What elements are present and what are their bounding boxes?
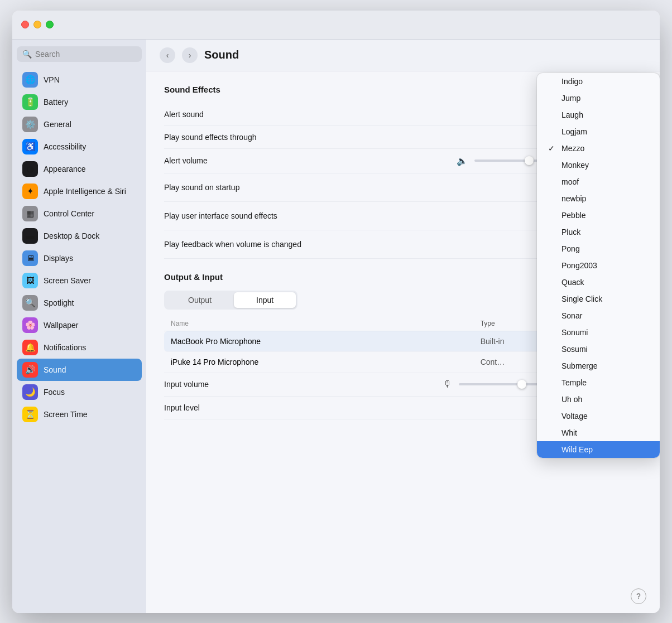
sidebar-item-accessibility[interactable]: ♿Accessibility xyxy=(17,136,142,158)
screen-time-icon: ⏳ xyxy=(22,407,38,422)
dropdown-item-quack[interactable]: Quack xyxy=(537,274,660,291)
appearance-icon: ◑ xyxy=(22,161,38,177)
tab-input[interactable]: Input xyxy=(234,292,296,308)
sidebar-item-label: Notifications xyxy=(44,343,86,352)
search-box[interactable]: 🔍 xyxy=(17,46,142,62)
dropdown-item-label: Sosumi xyxy=(561,345,588,354)
input-volume-thumb[interactable] xyxy=(517,380,526,389)
search-icon: 🔍 xyxy=(22,50,32,59)
general-icon: ⚙️ xyxy=(22,117,38,132)
dropdown-item-label: Pluck xyxy=(561,228,580,236)
close-button[interactable] xyxy=(21,21,29,28)
dropdown-item-label: Mezzo xyxy=(561,144,584,153)
sidebar-item-screen-time[interactable]: ⏳Screen Time xyxy=(17,403,142,426)
notifications-icon: 🔔 xyxy=(22,340,38,355)
sidebar-item-label: Apple Intelligence & Siri xyxy=(44,187,126,196)
sidebar-item-battery[interactable]: 🔋Battery xyxy=(17,91,142,113)
main-content: 🔍 🌐VPN🔋Battery⚙️General♿Accessibility◑Ap… xyxy=(12,40,660,613)
sidebar-item-wallpaper[interactable]: 🌸Wallpaper xyxy=(17,314,142,336)
dropdown-item-pong2003[interactable]: Pong2003 xyxy=(537,257,660,274)
sidebar-item-label: Wallpaper xyxy=(44,321,79,330)
dropdown-item-moof[interactable]: moof xyxy=(537,173,660,190)
dropdown-item-label: newbip xyxy=(561,194,586,203)
sidebar-item-label: Sound xyxy=(44,365,66,374)
sidebar-item-label: Focus xyxy=(44,388,65,397)
dropdown-item-label: Sonar xyxy=(561,311,582,320)
dropdown-item-label: Indigo xyxy=(561,77,583,86)
dropdown-item-temple[interactable]: Temple xyxy=(537,374,660,391)
dropdown-item-pluck[interactable]: Pluck xyxy=(537,224,660,240)
sidebar-item-displays[interactable]: 🖥Displays xyxy=(17,247,142,269)
dropdown-item-logjam[interactable]: Logjam xyxy=(537,123,660,140)
sidebar-item-sound[interactable]: 🔊Sound xyxy=(17,359,142,381)
dropdown-item-label: Whit xyxy=(561,428,577,437)
forward-button[interactable]: › xyxy=(182,47,198,63)
dropdown-item-label: Logjam xyxy=(561,127,587,136)
sidebar-item-label: VPN xyxy=(44,75,60,84)
sidebar-item-appearance[interactable]: ◑Appearance xyxy=(17,158,142,180)
dropdown-item-single-click[interactable]: Single Click xyxy=(537,291,660,307)
sidebar-item-label: Screen Time xyxy=(44,410,88,419)
sidebar-items: 🌐VPN🔋Battery⚙️General♿Accessibility◑Appe… xyxy=(17,69,142,426)
dropdown-item-jump[interactable]: Jump xyxy=(537,90,660,107)
dropdown-item-sonar[interactable]: Sonar xyxy=(537,307,660,324)
dropdown-item-label: Laugh xyxy=(561,110,583,119)
tab-output[interactable]: Output xyxy=(166,292,234,308)
dropdown-item-monkey[interactable]: Monkey xyxy=(537,157,660,173)
device-name: iPuke 14 Pro Microphone xyxy=(171,358,481,366)
dropdown-item-label: Temple xyxy=(561,378,587,387)
dropdown-item-label: Jump xyxy=(561,94,580,103)
sidebar-item-label: General xyxy=(44,120,71,129)
sidebar-item-control-center[interactable]: ▦Control Center xyxy=(17,202,142,225)
dropdown-item-voltage[interactable]: Voltage xyxy=(537,408,660,424)
content-area: ‹ › Sound Sound Effects Alert sound Play… xyxy=(146,40,660,613)
dropdown-item-label: Single Click xyxy=(561,294,602,303)
main-window: 🔍 🌐VPN🔋Battery⚙️General♿Accessibility◑Ap… xyxy=(12,11,660,613)
dropdown-item-indigo[interactable]: Indigo xyxy=(537,73,660,90)
input-level-label: Input level xyxy=(164,403,545,412)
dropdown-item-label: moof xyxy=(561,177,579,186)
dropdown-item-label: Sonumi xyxy=(561,328,588,337)
sidebar-item-label: Desktop & Dock xyxy=(44,231,99,240)
alert-volume-label: Alert volume xyxy=(164,156,450,165)
fullscreen-button[interactable] xyxy=(46,21,54,28)
dropdown-item-label: Monkey xyxy=(561,161,589,170)
input-volume-label: Input volume xyxy=(164,380,436,389)
alert-volume-thumb[interactable] xyxy=(525,156,534,165)
sidebar-item-apple-intelligence[interactable]: ✦Apple Intelligence & Siri xyxy=(17,180,142,202)
back-button[interactable]: ‹ xyxy=(160,47,175,63)
dropdown-item-newbip[interactable]: newbip xyxy=(537,190,660,207)
alert-sound-dropdown[interactable]: IndigoJumpLaughLogjam✓MezzoMonkeymoofnew… xyxy=(537,73,660,458)
search-input[interactable] xyxy=(35,50,136,59)
dropdown-item-whit[interactable]: Whit xyxy=(537,424,660,441)
dropdown-item-label: Voltage xyxy=(561,412,588,421)
sidebar-item-desktop-dock[interactable]: ▬Desktop & Dock xyxy=(17,225,142,247)
dropdown-item-pong[interactable]: Pong xyxy=(537,240,660,257)
sidebar-item-focus[interactable]: 🌙Focus xyxy=(17,381,142,403)
sidebar-item-label: Displays xyxy=(44,254,73,263)
sidebar-item-notifications[interactable]: 🔔Notifications xyxy=(17,336,142,359)
volume-low-icon: 🔈 xyxy=(457,156,468,166)
dropdown-item-pebble[interactable]: Pebble xyxy=(537,207,660,224)
help-button[interactable]: ? xyxy=(631,588,646,604)
page-title: Sound xyxy=(204,49,239,61)
dropdown-item-laugh[interactable]: Laugh xyxy=(537,107,660,123)
dropdown-item-sosumi[interactable]: Sosumi xyxy=(537,341,660,358)
dropdown-item-submerge[interactable]: Submerge xyxy=(537,358,660,374)
dropdown-item-wild-eep[interactable]: Wild Eep xyxy=(537,441,660,458)
sidebar: 🔍 🌐VPN🔋Battery⚙️General♿Accessibility◑Ap… xyxy=(12,40,146,613)
sidebar-item-spotlight[interactable]: 🔍Spotlight xyxy=(17,292,142,314)
dropdown-item-sonumi[interactable]: Sonumi xyxy=(537,324,660,341)
dropdown-item-uh-oh[interactable]: Uh oh xyxy=(537,391,660,408)
dropdown-item-mezzo[interactable]: ✓Mezzo xyxy=(537,140,660,157)
sidebar-item-general[interactable]: ⚙️General xyxy=(17,113,142,136)
sidebar-item-label: Spotlight xyxy=(44,298,74,307)
col-header-name: Name xyxy=(171,320,481,327)
minimize-button[interactable] xyxy=(33,21,41,28)
traffic-lights xyxy=(21,21,54,28)
sidebar-item-screen-saver[interactable]: 🖼Screen Saver xyxy=(17,269,142,292)
dropdown-item-label: Pebble xyxy=(561,211,586,220)
sidebar-item-vpn[interactable]: 🌐VPN xyxy=(17,69,142,91)
apple-intelligence-icon: ✦ xyxy=(22,183,38,199)
displays-icon: 🖥 xyxy=(22,250,38,266)
